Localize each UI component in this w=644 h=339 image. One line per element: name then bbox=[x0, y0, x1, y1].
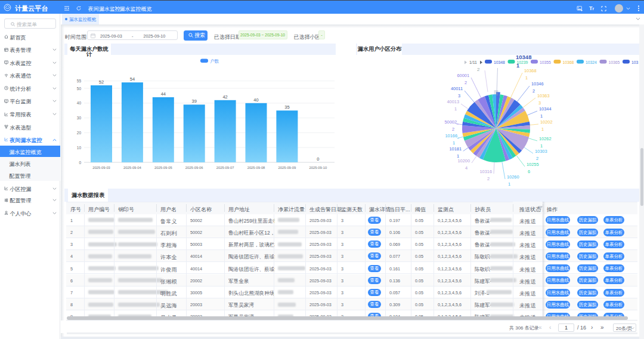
svg-text:40013: 40013 bbox=[447, 99, 459, 104]
svg-text:52: 52 bbox=[99, 79, 104, 85]
svg-text:0: 0 bbox=[79, 161, 81, 165]
svg-text:2: 2 bbox=[477, 67, 480, 72]
svg-text:60001: 60001 bbox=[457, 73, 469, 78]
svg-text:10262: 10262 bbox=[539, 136, 552, 141]
svg-text:3: 3 bbox=[538, 100, 541, 106]
svg-text:10255: 10255 bbox=[527, 162, 539, 167]
svg-text:10348: 10348 bbox=[494, 60, 505, 64]
svg-text:10239: 10239 bbox=[517, 60, 528, 64]
svg-text:2: 2 bbox=[452, 127, 454, 132]
svg-text:39: 39 bbox=[192, 98, 197, 104]
svg-text:2025-09-10: 2025-09-10 bbox=[309, 166, 327, 170]
svg-text:10368: 10368 bbox=[524, 68, 537, 73]
svg-text:2025-09-03: 2025-09-03 bbox=[92, 166, 110, 170]
svg-text:1: 1 bbox=[540, 143, 543, 149]
svg-text:40011: 40011 bbox=[451, 86, 463, 91]
svg-text:20: 20 bbox=[77, 131, 82, 135]
svg-text:1: 1 bbox=[540, 113, 543, 119]
svg-text:44: 44 bbox=[161, 91, 166, 97]
svg-text:103: 103 bbox=[631, 60, 639, 64]
svg-text:10316: 10316 bbox=[479, 169, 492, 174]
svg-text:2025-09-09: 2025-09-09 bbox=[278, 166, 296, 170]
svg-text:10344: 10344 bbox=[539, 106, 552, 112]
svg-text:55: 55 bbox=[77, 79, 82, 83]
svg-text:4: 4 bbox=[465, 165, 467, 171]
svg-text:42: 42 bbox=[222, 94, 227, 100]
svg-text:40: 40 bbox=[253, 97, 258, 103]
svg-text:2: 2 bbox=[465, 80, 467, 85]
svg-text:10: 10 bbox=[77, 146, 82, 150]
svg-text:10181: 10181 bbox=[449, 146, 462, 152]
svg-text:10363: 10363 bbox=[537, 93, 550, 98]
svg-text:10355: 10355 bbox=[540, 60, 551, 64]
svg-text:1: 1 bbox=[525, 75, 528, 81]
svg-text:1/11: 1/11 bbox=[469, 60, 477, 64]
svg-text:3: 3 bbox=[458, 93, 460, 98]
svg-text:1: 1 bbox=[453, 140, 455, 146]
svg-text:50002: 50002 bbox=[444, 119, 457, 125]
svg-text:2025-09-07: 2025-09-07 bbox=[216, 166, 234, 170]
svg-text:10166: 10166 bbox=[445, 133, 457, 138]
svg-text:1: 1 bbox=[457, 153, 459, 159]
svg-text:10202: 10202 bbox=[540, 119, 553, 125]
svg-text:54: 54 bbox=[130, 76, 135, 82]
svg-text:10200: 10200 bbox=[457, 158, 470, 164]
svg-text:0: 0 bbox=[317, 156, 319, 162]
svg-text:10346: 10346 bbox=[531, 81, 544, 87]
svg-text:10260: 10260 bbox=[507, 174, 519, 180]
svg-text:10303: 10303 bbox=[535, 149, 547, 154]
svg-text:2025-09-05: 2025-09-05 bbox=[154, 166, 172, 170]
svg-text:6: 6 bbox=[528, 169, 530, 174]
svg-text:1: 1 bbox=[454, 106, 457, 112]
svg-text:2: 2 bbox=[536, 156, 538, 161]
svg-text:30: 30 bbox=[77, 116, 82, 120]
svg-text:10324: 10324 bbox=[586, 60, 597, 64]
svg-text:户数: 户数 bbox=[210, 58, 219, 64]
svg-text:2025-09-08: 2025-09-08 bbox=[247, 166, 265, 170]
svg-text:10365: 10365 bbox=[609, 60, 620, 64]
svg-text:10368: 10368 bbox=[563, 60, 574, 64]
svg-text:2: 2 bbox=[487, 176, 490, 181]
svg-text:50: 50 bbox=[77, 87, 82, 91]
svg-text:2025-09-06: 2025-09-06 bbox=[185, 166, 203, 170]
svg-text:35: 35 bbox=[284, 104, 289, 110]
svg-text:1: 1 bbox=[508, 181, 510, 187]
svg-text:2: 2 bbox=[532, 88, 535, 94]
svg-text:2025-09-04: 2025-09-04 bbox=[123, 166, 141, 170]
svg-text:1: 1 bbox=[541, 127, 544, 132]
svg-text:40: 40 bbox=[77, 101, 82, 105]
